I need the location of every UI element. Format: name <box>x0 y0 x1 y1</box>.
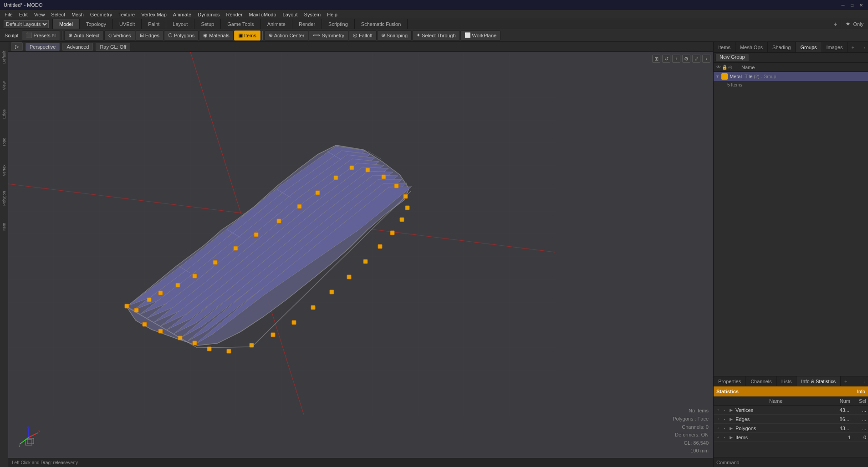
menu-dynamics[interactable]: Dynamics <box>195 11 222 18</box>
menu-mesh[interactable]: Mesh <box>69 11 87 18</box>
panel-tab-items[interactable]: Items <box>714 42 735 52</box>
btab-channels[interactable]: Channels <box>746 376 776 386</box>
svg-rect-58 <box>400 218 404 222</box>
tab-paint[interactable]: Paint <box>142 19 166 29</box>
vp-zoom-in-button[interactable]: + <box>672 55 680 63</box>
tab-gametools[interactable]: Game Tools <box>221 19 261 29</box>
add-icon-polygons[interactable]: + <box>715 426 721 431</box>
sidebar-item-polygon[interactable]: Polygon <box>0 185 8 212</box>
presets-button[interactable]: ⬛ Presets Fil <box>22 30 61 41</box>
menu-file[interactable]: File <box>2 11 15 18</box>
sidebar-item-edge[interactable]: Edge <box>0 100 8 127</box>
collapse-panel-button[interactable]: › <box>861 42 868 52</box>
tab-uvedit[interactable]: UVEdit <box>113 19 142 29</box>
expand-row-icon-items[interactable]: ▶ <box>728 435 734 440</box>
btab-properties[interactable]: Properties <box>714 376 746 386</box>
layout-dropdown[interactable]: Default Layouts <box>4 20 49 28</box>
minus-icon-polygons[interactable]: - <box>722 426 727 431</box>
add-bottom-tab-button[interactable]: + <box>841 376 851 386</box>
btab-infostatistics[interactable]: Info & Statistics <box>797 376 841 386</box>
tab-scripting[interactable]: Scripting <box>322 19 355 29</box>
left-sidebar: Default View Edge Topo Vertex Polygon It… <box>0 42 8 467</box>
vp-undo-button[interactable]: ↺ <box>662 55 670 63</box>
menu-texture[interactable]: Texture <box>116 11 138 18</box>
stat-items-sel: 0 <box>853 435 866 440</box>
menu-layout[interactable]: Layout <box>280 11 301 18</box>
viewport-header: ▷ Perspective Advanced Ray GL: Off <box>8 42 713 52</box>
menu-select[interactable]: Select <box>48 11 68 18</box>
tab-schematicfusion[interactable]: Schematic Fusion <box>355 19 408 29</box>
falloff-button[interactable]: ◎ Falloff <box>349 30 377 41</box>
group-item-icon <box>721 73 728 80</box>
menu-vertexmap[interactable]: Vertex Map <box>138 11 169 18</box>
new-group-button[interactable]: New Group <box>715 54 749 62</box>
add-icon-edges[interactable]: + <box>715 416 721 422</box>
svg-rect-42 <box>158 291 163 295</box>
minus-icon-edges[interactable]: - <box>722 416 727 422</box>
menu-edit[interactable]: Edit <box>16 11 31 18</box>
collapse-bottom-button[interactable]: ↓ <box>860 376 868 386</box>
group-item-metaltile[interactable]: ▼ Metal_Tile (2) - Group <box>714 72 868 81</box>
tab-render[interactable]: Render <box>292 19 322 29</box>
autoselect-button[interactable]: ⊕ Auto Select <box>64 30 103 41</box>
only-button[interactable]: ★ Only <box>841 19 868 29</box>
minus-icon[interactable]: - <box>722 407 727 413</box>
add-tab-button[interactable]: + <box>830 19 841 29</box>
vp-more-button[interactable]: › <box>702 55 710 63</box>
sidebar-item-item[interactable]: Item <box>0 213 8 240</box>
viewport-3d[interactable]: ⊞ ↺ + ⚙ ⤢ › No Items Polygons : Face Cha… <box>8 52 713 458</box>
add-icon[interactable]: + <box>715 407 721 413</box>
panel-tab-groups[interactable]: Groups <box>796 42 822 52</box>
menu-view[interactable]: View <box>31 11 48 18</box>
workplane-button[interactable]: ⬜ WorkPlane <box>460 30 501 41</box>
symmetry-button[interactable]: ⟺ Symmetry <box>309 30 348 41</box>
tab-animate[interactable]: Animate <box>261 19 292 29</box>
menu-render[interactable]: Render <box>224 11 245 18</box>
add-icon-items[interactable]: + <box>715 435 721 440</box>
menu-system[interactable]: System <box>301 11 324 18</box>
sidebar-item-vertex[interactable]: Vertex <box>0 157 8 184</box>
expand-row-icon[interactable]: ▶ <box>728 407 734 413</box>
panel-tab-images[interactable]: Images <box>822 42 848 52</box>
tab-topology[interactable]: Topology <box>80 19 113 29</box>
expand-row-icon-polygons[interactable]: ▶ <box>728 426 734 431</box>
sidebar-item-topo[interactable]: Topo <box>0 128 8 156</box>
polygons-button[interactable]: ⬡ Polygons <box>164 30 199 41</box>
menu-help[interactable]: Help <box>324 11 340 18</box>
tab-setup[interactable]: Setup <box>194 19 221 29</box>
selectthrough-button[interactable]: ✦ Select Through <box>412 30 460 41</box>
perspective-button[interactable]: Perspective <box>26 43 60 51</box>
minimize-button[interactable]: ─ <box>840 2 846 8</box>
vp-settings-button[interactable]: ⚙ <box>682 55 690 63</box>
restore-button[interactable]: □ <box>849 2 855 8</box>
axis-indicator: X Y Z <box>17 426 40 449</box>
menu-geometry[interactable]: Geometry <box>87 11 115 18</box>
actioncenter-button[interactable]: ⊕ Action Center <box>265 30 309 41</box>
snapping-button[interactable]: ⊕ Snapping <box>377 30 412 41</box>
btab-lists[interactable]: Lists <box>777 376 797 386</box>
sidebar-item-view[interactable]: View <box>0 72 8 99</box>
add-panel-button[interactable]: + <box>848 42 858 52</box>
vp-fit-button[interactable]: ⊞ <box>652 55 660 63</box>
edges-button[interactable]: ⊞ Edges <box>136 30 163 41</box>
menu-animate[interactable]: Animate <box>170 11 194 18</box>
menu-maxtomodo[interactable]: MaxToModo <box>246 11 279 18</box>
vp-fullscreen-button[interactable]: ⤢ <box>692 55 700 63</box>
items-button[interactable]: ▣ Items <box>234 30 260 41</box>
viewport-expand-button[interactable]: ▷ <box>11 42 23 51</box>
vertices-button[interactable]: ◇ Vertices <box>104 30 135 41</box>
command-bar: Command <box>714 457 868 467</box>
panel-tab-meshops[interactable]: Mesh Ops <box>735 42 768 52</box>
svg-rect-54 <box>382 175 386 179</box>
advanced-button[interactable]: Advanced <box>62 43 93 51</box>
minus-icon-items[interactable]: - <box>722 435 727 440</box>
materials-button[interactable]: ◉ Materials <box>199 30 234 41</box>
sidebar-item-default[interactable]: Default <box>0 44 8 71</box>
tab-model[interactable]: Model <box>53 19 80 29</box>
panel-tab-shading[interactable]: Shading <box>768 42 796 52</box>
close-button[interactable]: ✕ <box>858 2 864 8</box>
stat-edges-num: 86.... <box>828 416 851 422</box>
raygl-button[interactable]: Ray GL: Off <box>96 43 130 51</box>
expand-row-icon-edges[interactable]: ▶ <box>728 416 734 422</box>
tab-layout[interactable]: Layout <box>166 19 194 29</box>
